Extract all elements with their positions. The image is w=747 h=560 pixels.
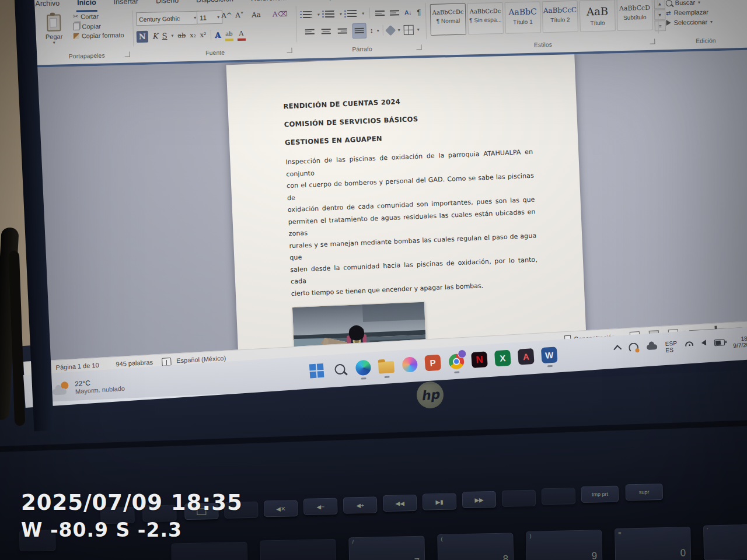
tray-expand-chevron[interactable] (613, 345, 622, 353)
search-icon (334, 363, 345, 374)
font-family-combo[interactable]: Century Gothic ▾ (136, 11, 200, 26)
grow-font-button[interactable]: A^ (221, 11, 232, 19)
onedrive-icon[interactable] (647, 344, 658, 350)
format-painter-button[interactable]: Copiar formato (74, 32, 124, 40)
taskbar-copilot[interactable] (401, 356, 418, 373)
italic-button[interactable]: K (152, 32, 158, 40)
cut-button[interactable]: ✂ Cortar (73, 12, 124, 20)
show-marks-button[interactable]: ¶ (417, 8, 421, 16)
borders-button[interactable] (404, 24, 414, 34)
wifi-icon[interactable] (685, 341, 693, 346)
key-9: )9 (526, 530, 602, 560)
paste-button[interactable]: Pegar ▾ (45, 14, 63, 46)
taskbar-chrome[interactable] (448, 353, 465, 370)
numbering-caret[interactable]: ▾ (340, 11, 342, 16)
mini-separator (210, 30, 211, 40)
decrease-indent-button[interactable] (375, 9, 385, 16)
battery-icon[interactable] (714, 339, 725, 346)
document-page[interactable]: RENDICIÓN DE CUENTAS 2024 COMISIÓN DE SE… (226, 51, 587, 364)
style-heading2[interactable]: AaBbCcC Título 2 (542, 1, 578, 33)
style-heading1[interactable]: AaBbC Título 1 (505, 1, 541, 33)
bullets-button[interactable] (303, 10, 312, 18)
clear-formatting-button[interactable]: A⌫ (273, 10, 288, 19)
taskbar-excel[interactable]: X (494, 350, 511, 367)
group-label-editing: Edición (662, 36, 747, 46)
shading-button[interactable] (385, 24, 396, 35)
taskbar-powerpoint[interactable]: P (424, 355, 441, 372)
text-effects-button[interactable]: A (215, 29, 221, 40)
font-size-combo[interactable]: 11 ▾ (197, 10, 223, 24)
shrink-font-button[interactable]: A˅ (235, 11, 244, 19)
replace-icon: ⇄ (666, 9, 671, 16)
tab-inicio[interactable]: Inicio (76, 0, 97, 12)
sort-button[interactable]: A↓ (404, 9, 411, 15)
group-editing: Buscar ▾ ⇄ Reemplazar Seleccionar ▾ Edic… (661, 0, 747, 47)
replace-button[interactable]: ⇄ Reemplazar (666, 8, 713, 16)
styles-dialog-launcher[interactable] (650, 39, 655, 44)
status-page-count[interactable]: Página 1 de 10 (55, 362, 99, 371)
style-title[interactable]: AaB Título (580, 0, 616, 32)
next-track-key: ▶▶ (462, 491, 497, 508)
start-button[interactable] (308, 362, 325, 379)
superscript-button[interactable]: x² (200, 31, 207, 38)
increase-indent-button[interactable] (390, 9, 399, 16)
style-subtitle[interactable]: AaBbCcD Subtítulo (617, 0, 653, 31)
select-caret: ▾ (710, 19, 713, 24)
weather-widget[interactable]: 22°C Mayorm. nublado (52, 377, 125, 397)
paragraph-dialog-launcher[interactable] (416, 44, 421, 50)
subscript-button[interactable]: x₂ (190, 32, 196, 39)
borders-caret[interactable]: ▾ (417, 27, 420, 32)
paste-caret[interactable]: ▾ (46, 40, 63, 46)
copy-button[interactable]: Copiar (73, 22, 124, 30)
clock[interactable]: 18:35 9/7/2025 (732, 335, 747, 349)
weather-icon (52, 382, 70, 396)
justify-button[interactable] (352, 23, 366, 39)
volume-icon[interactable] (701, 340, 707, 346)
taskbar-search-button[interactable] (331, 360, 348, 377)
style-name: Título 2 (543, 16, 577, 23)
select-button[interactable]: Seleccionar ▾ (666, 18, 713, 26)
line-spacing-caret[interactable]: ▾ (377, 28, 379, 33)
taskbar-word[interactable]: W (541, 346, 558, 363)
font-dialog-launcher[interactable] (287, 48, 292, 53)
style-normal[interactable]: AaBbCcDc ¶ Normal (430, 3, 466, 35)
tab-archivo[interactable]: Archivo (34, 0, 61, 13)
multilevel-caret[interactable]: ▾ (362, 10, 364, 16)
doc-paragraph: Inspección de las piscinas de oxidación … (285, 146, 538, 288)
style-sample: AaBbC (505, 6, 540, 16)
cut-label: Cortar (81, 12, 99, 20)
adobe-icon: A (522, 352, 529, 362)
group-label-font: Fuente (135, 47, 294, 58)
line-spacing-button[interactable]: ↕ (370, 26, 374, 34)
bullets-caret[interactable]: ▾ (317, 12, 320, 17)
underline-button[interactable]: S (162, 32, 167, 40)
scissors-icon: ✂ (73, 13, 79, 20)
text-effects-icon: A (215, 30, 221, 39)
style-name: ¶ Sin espa... (468, 16, 502, 23)
style-name: ¶ Normal (431, 18, 465, 24)
taskbar-file-explorer[interactable] (378, 358, 395, 374)
highlight-button[interactable]: ab (225, 27, 233, 41)
multilevel-list-button[interactable] (347, 10, 357, 18)
paste-icon (47, 14, 61, 32)
taskbar-adobe[interactable]: A (518, 348, 535, 365)
format-painter-icon (74, 33, 79, 39)
group-label-styles: Estilos (430, 38, 656, 51)
shading-caret[interactable]: ▾ (398, 27, 400, 33)
numbering-button[interactable] (325, 10, 334, 18)
align-center-button[interactable] (319, 24, 333, 39)
sync-update-icon[interactable] (629, 342, 639, 353)
underline-caret[interactable]: ▾ (171, 33, 173, 38)
change-case-button[interactable]: Aa (252, 10, 261, 19)
taskbar-edge[interactable] (355, 359, 372, 376)
find-button[interactable]: Buscar ▾ (666, 0, 713, 6)
style-no-spacing[interactable]: AaBbCcDc ¶ Sin espa... (467, 2, 504, 34)
strikethrough-button[interactable]: ab (177, 32, 186, 39)
align-right-button[interactable] (336, 24, 349, 38)
bold-button[interactable]: N (137, 30, 148, 42)
taskbar-netflix[interactable]: N (471, 351, 488, 368)
font-color-button[interactable]: A (237, 27, 246, 41)
clipboard-dialog-launcher[interactable] (125, 52, 130, 57)
language-indicator[interactable]: ESP ES (665, 340, 678, 354)
align-left-button[interactable] (303, 25, 316, 40)
